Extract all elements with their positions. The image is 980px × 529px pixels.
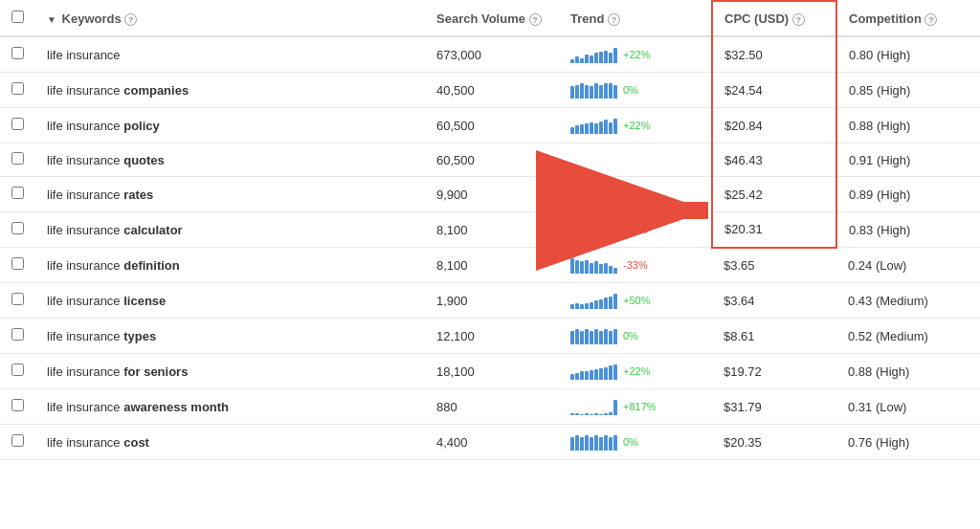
keyword-cell: life insurance definition: [35, 248, 425, 283]
search-volume-cell: 8,100: [425, 248, 559, 283]
trend-percent: +22%: [623, 365, 650, 377]
row-checkbox[interactable]: [11, 222, 24, 234]
row-checkbox-cell: [0, 319, 35, 354]
row-checkbox-cell: [0, 389, 35, 425]
search-volume-cell: 40,500: [425, 73, 559, 108]
trend-cell: +50%: [559, 283, 712, 319]
table-row: life insurance673,000+22%$32.500.80 (Hig…: [0, 36, 980, 73]
keyword-cell: life insurance cost: [35, 425, 425, 460]
keywords-header-label: Keywords: [62, 11, 122, 26]
row-checkbox[interactable]: [11, 152, 24, 165]
cpc-cell: $20.35: [712, 425, 836, 460]
competition-cell: 0.52 (Medium): [836, 319, 980, 354]
search-volume-info-icon[interactable]: ?: [529, 13, 542, 26]
search-volume-cell: 8,100: [425, 212, 559, 248]
row-checkbox-cell: [0, 248, 35, 283]
keyword-cell: life insurance policy: [35, 108, 425, 143]
trend-percent: -33%: [623, 259, 648, 271]
row-checkbox[interactable]: [11, 257, 24, 270]
trend-header-label: Trend: [570, 11, 604, 26]
trend-cell: 0%: [559, 177, 712, 212]
competition-cell: 0.85 (High): [836, 73, 980, 108]
trend-bar: [570, 292, 617, 309]
trend-bar: [570, 221, 617, 238]
search-volume-cell: 673,000: [425, 36, 559, 73]
competition-cell: 0.88 (High): [836, 108, 980, 143]
trend-info-icon[interactable]: ?: [608, 13, 620, 26]
competition-info-icon[interactable]: ?: [924, 13, 937, 26]
row-checkbox-cell: [0, 108, 35, 143]
row-checkbox[interactable]: [11, 293, 24, 305]
competition-cell: 0.83 (High): [836, 212, 980, 248]
row-checkbox[interactable]: [11, 364, 24, 376]
table-row: life insurance definition8,100-33%$3.650…: [0, 248, 980, 283]
row-checkbox[interactable]: [11, 47, 24, 59]
keywords-info-icon[interactable]: ?: [124, 13, 137, 26]
row-checkbox-cell: [0, 36, 35, 73]
trend-cell: +22%: [559, 108, 712, 143]
cpc-cell: $20.84: [712, 108, 836, 143]
select-all-checkbox[interactable]: [11, 11, 24, 23]
row-checkbox[interactable]: [11, 434, 24, 447]
select-all-checkbox-header[interactable]: [0, 1, 35, 36]
trend-percent: +817%: [623, 401, 657, 412]
row-checkbox[interactable]: [11, 82, 24, 95]
trend-cell: 0%: [559, 425, 712, 460]
row-checkbox-cell: [0, 143, 35, 177]
trend-percent: +22%: [623, 120, 650, 131]
table-row: life insurance calculator8,100-18%$20.31…: [0, 212, 980, 248]
search-volume-cell: 60,500: [425, 108, 559, 143]
keyword-cell: life insurance rates: [35, 177, 425, 212]
trend-percent: +50%: [623, 295, 650, 306]
table-row: life insurance awareness month880+817%$3…: [0, 389, 980, 425]
trend-cell: [559, 143, 712, 177]
keyword-cell: life insurance for seniors: [35, 354, 425, 389]
keyword-cell: life insurance license: [35, 283, 425, 319]
row-checkbox[interactable]: [11, 118, 24, 130]
competition-cell: 0.88 (High): [836, 354, 980, 389]
trend-percent: 0%: [623, 188, 638, 200]
cpc-info-icon[interactable]: ?: [792, 13, 805, 26]
competition-cell: 0.31 (Low): [836, 389, 980, 425]
cpc-column-header: CPC (USD) ?: [712, 1, 836, 36]
cpc-cell: $25.42: [712, 177, 836, 212]
trend-bar: [570, 186, 617, 203]
table-row: life insurance for seniors18,100+22%$19.…: [0, 354, 980, 389]
cpc-cell: $31.79: [712, 389, 836, 425]
competition-column-header: Competition ?: [836, 1, 980, 36]
trend-percent: 0%: [623, 436, 638, 448]
table-row: life insurance quotes60,500$46.430.91 (H…: [0, 143, 980, 177]
keywords-column-header: ▼ Keywords ?: [35, 1, 425, 36]
cpc-cell: $19.72: [712, 354, 836, 389]
trend-cell: +22%: [559, 36, 712, 73]
competition-cell: 0.24 (Low): [836, 248, 980, 283]
row-checkbox[interactable]: [11, 399, 24, 411]
trend-percent: -18%: [623, 224, 648, 235]
cpc-cell: $3.65: [712, 248, 836, 283]
trend-bar: [570, 363, 617, 380]
row-checkbox[interactable]: [11, 187, 24, 199]
trend-cell: +22%: [559, 354, 712, 389]
row-checkbox-cell: [0, 212, 35, 248]
search-volume-cell: 12,100: [425, 319, 559, 354]
row-checkbox[interactable]: [11, 328, 24, 341]
keyword-cell: life insurance awareness month: [35, 389, 425, 425]
cpc-cell: $24.54: [712, 73, 836, 108]
row-checkbox-cell: [0, 425, 35, 460]
keyword-cell: life insurance types: [35, 319, 425, 354]
competition-cell: 0.89 (High): [836, 177, 980, 212]
search-volume-cell: 18,100: [425, 354, 559, 389]
search-volume-cell: 1,900: [425, 283, 559, 319]
trend-percent: 0%: [623, 330, 638, 342]
trend-cell: -18%: [559, 212, 712, 248]
search-volume-cell: 60,500: [425, 143, 559, 177]
cpc-cell: $32.50: [712, 36, 836, 73]
trend-bar: [570, 81, 617, 99]
trend-cell: 0%: [559, 319, 712, 354]
row-checkbox-cell: [0, 354, 35, 389]
row-checkbox-cell: [0, 283, 35, 319]
cpc-cell: $46.43: [712, 143, 836, 177]
search-volume-header-label: Search Volume: [436, 11, 525, 26]
keyword-cell: life insurance: [35, 36, 425, 73]
competition-cell: 0.43 (Medium): [836, 283, 980, 319]
